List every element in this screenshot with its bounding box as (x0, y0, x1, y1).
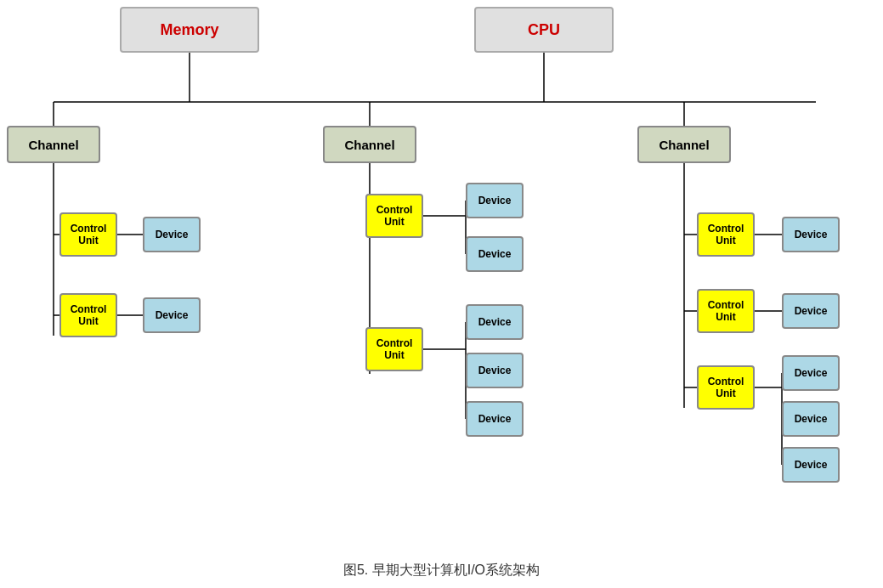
cpu-label: CPU (528, 21, 560, 39)
dev3-3-3-node: Device (782, 447, 840, 483)
dev3-2-node: Device (782, 293, 840, 329)
figure-caption: 图5. 早期大型计算机I/O系统架构 (0, 552, 883, 588)
cu1-2-label: ControlUnit (71, 303, 107, 327)
cu1-1-label: ControlUnit (71, 223, 107, 246)
dev2-2-1-label: Device (478, 316, 512, 328)
dev1-1-node: Device (143, 217, 201, 252)
caption-text: 图5. 早期大型计算机I/O系统架构 (343, 562, 540, 580)
channel1-node: Channel (7, 126, 100, 163)
cu2-1-node: ControlUnit (365, 194, 423, 238)
memory-node: Memory (120, 7, 259, 53)
dev2-2-3-node: Device (466, 401, 524, 437)
channel2-node: Channel (323, 126, 416, 163)
dev2-2-2-node: Device (466, 353, 524, 388)
dev2-1-2-label: Device (478, 248, 512, 260)
dev3-2-label: Device (795, 305, 828, 317)
channel3-node: Channel (637, 126, 731, 163)
dev2-2-3-label: Device (478, 413, 512, 425)
dev2-1-1-label: Device (478, 195, 512, 206)
diagram: Memory CPU Channel Channel Channel Contr… (0, 0, 883, 552)
cu3-3-label: ControlUnit (708, 376, 744, 399)
cu3-3-node: ControlUnit (697, 365, 755, 410)
memory-label: Memory (160, 21, 218, 39)
dev2-1-2-node: Device (466, 236, 524, 272)
cu3-1-label: ControlUnit (708, 223, 744, 246)
channel3-label: Channel (659, 138, 709, 152)
dev3-3-3-label: Device (795, 459, 828, 471)
dev3-3-1-label: Device (795, 367, 828, 379)
dev1-1-label: Device (156, 229, 189, 240)
dev3-1-node: Device (782, 217, 840, 252)
dev3-3-1-node: Device (782, 355, 840, 391)
connector-lines (0, 0, 883, 552)
cu3-2-label: ControlUnit (708, 299, 744, 323)
cu1-2-node: ControlUnit (59, 293, 117, 337)
cu2-1-label: ControlUnit (376, 204, 413, 228)
dev2-1-1-node: Device (466, 183, 524, 218)
channel2-label: Channel (344, 138, 394, 152)
dev1-2-label: Device (156, 309, 189, 321)
cu3-1-node: ControlUnit (697, 212, 755, 257)
dev3-1-label: Device (795, 229, 828, 240)
cu2-2-label: ControlUnit (376, 337, 413, 361)
dev3-3-2-node: Device (782, 401, 840, 437)
dev1-2-node: Device (143, 297, 201, 333)
dev2-2-2-label: Device (478, 365, 512, 376)
cu1-1-node: ControlUnit (59, 212, 117, 257)
channel1-label: Channel (28, 138, 78, 152)
cu3-2-node: ControlUnit (697, 289, 755, 333)
cpu-node: CPU (474, 7, 614, 53)
dev3-3-2-label: Device (795, 413, 828, 425)
dev2-2-1-node: Device (466, 304, 524, 340)
cu2-2-node: ControlUnit (365, 327, 423, 371)
